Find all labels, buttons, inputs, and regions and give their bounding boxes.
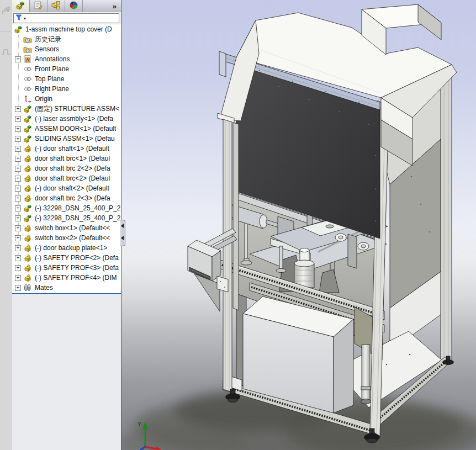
triad-y-label: Y (137, 421, 141, 427)
tree-item-label: Right Plane (35, 85, 69, 93)
expand-plus-icon[interactable]: + (15, 225, 21, 231)
feature-tree: 1-assm machine top cover (D历史记录Sensors+A… (12, 24, 121, 293)
tree-item-label: Sensors (35, 45, 59, 53)
tree-item-dsn-32298-1[interactable]: +(-) 32298_DSN_25_400_P_2 (12, 203, 121, 213)
tree-item-sensors-folder[interactable]: Sensors (12, 44, 121, 54)
tree-item-root[interactable]: 1-assm machine top cover (D (12, 24, 121, 34)
expand-plus-icon[interactable]: + (15, 186, 21, 192)
tree-item-switch-box-1[interactable]: +switch box<1> (Default<< (12, 223, 121, 233)
tree-item-label: (-) SAFETY PROF<4> (DIM (35, 274, 117, 282)
panel-collapse-handle[interactable] (120, 220, 125, 246)
tree-item-mates[interactable]: +Mates (12, 283, 121, 293)
tree-item-door-backup-plate[interactable]: +(-) door backup plate<1> (12, 243, 121, 253)
expand-plus-icon[interactable]: + (15, 166, 21, 172)
tree-item-label: Top Plane (35, 75, 64, 83)
expand-plus-icon[interactable]: + (15, 156, 21, 162)
expand-plus-icon[interactable]: + (15, 285, 21, 291)
expand-plus-icon[interactable]: + (15, 146, 21, 152)
tree-item-safety-prof-4[interactable]: +(-) SAFETY PROF<4> (DIM (12, 273, 121, 283)
sensors-icon (23, 45, 32, 54)
tree-item-door-shaft-brc-2[interactable]: +door shaft brc<2> (Defaul (12, 173, 121, 183)
part-icon (23, 253, 32, 262)
tab-configurationmanager[interactable] (47, 0, 65, 12)
expand-plus-icon[interactable]: + (15, 195, 21, 202)
expand-plus-icon[interactable]: + (15, 265, 21, 271)
part-icon (23, 194, 32, 203)
tree-item-door-shaft-brc-2-2[interactable]: +door shaft brc 2<2> (Defa (12, 163, 121, 173)
filter-box[interactable]: ▾ (13, 13, 119, 23)
tab-propertymanager[interactable] (30, 0, 47, 12)
expand-plus-icon[interactable]: + (15, 215, 21, 221)
left-docked-toolbar (0, 0, 13, 450)
tree-item-door-shaft-brc-2-3[interactable]: +door shaft brc 2<3> (Defa (12, 193, 121, 203)
part-icon (23, 224, 32, 232)
expand-plus-icon[interactable]: + (15, 116, 21, 122)
part-icon (23, 243, 32, 252)
assembly-icon (23, 134, 32, 143)
toolbar-separator (1, 31, 10, 31)
tree-item-label: ASSEM DOOR<1> (Default (35, 125, 116, 133)
assembly-icon (23, 204, 32, 213)
tree-item-door-shaft-brc-1[interactable]: +door shaft brc<1> (Defaul (12, 153, 121, 163)
filter-row: ▾ (12, 12, 121, 24)
tree-item-door-shaft-1[interactable]: +(-) door shaft<1> (Default (12, 144, 121, 153)
tree-item-label: (-) 32298_DSN_25_400_P_2 (35, 204, 120, 212)
expand-plus-icon[interactable]: + (15, 235, 21, 241)
collapse-arrow-icon[interactable] (121, 236, 124, 240)
tree-item-label: door shaft brc 2<3> (Defa (35, 194, 110, 202)
tree-item-history-folder[interactable]: 历史记录 (12, 34, 121, 44)
tree-item-label: (-) door backup plate<1> (35, 244, 107, 252)
expand-plus-icon[interactable]: + (15, 106, 21, 112)
mates-icon (23, 283, 32, 292)
tree-item-label: (-) 32298_DSN_25_400_P_2 (35, 214, 120, 222)
tree-item-door-shaft-2[interactable]: +(-) door shaft<2> (Default (12, 183, 121, 193)
configurationmanager-icon (51, 1, 61, 12)
part-icon (23, 164, 32, 173)
tab-overflow-chevron[interactable]: » (113, 0, 121, 12)
tree-item-dsn-32298-2[interactable]: +(-) 32298_DSN_25_400_P_2 (12, 213, 121, 223)
tree-item-label: (-) laser assmbly<1> (Defa (35, 115, 113, 123)
tree-item-right-plane[interactable]: Right Plane (12, 84, 121, 94)
expand-plus-icon[interactable]: + (15, 126, 21, 132)
filter-funnel-icon[interactable] (15, 13, 22, 23)
annotations-icon: A (23, 55, 32, 63)
history-icon (23, 35, 32, 44)
tab-featuremanager-tree[interactable] (12, 0, 30, 12)
plane-icon (23, 84, 32, 93)
tree-item-structure-assm[interactable]: +(固定) STRUCTURE ASSM< (12, 104, 121, 114)
tree-item-annotations-folder[interactable]: +AAnnotations (12, 54, 121, 64)
expand-plus-icon[interactable]: + (15, 56, 21, 62)
tree-item-label: door shaft brc<1> (Defaul (35, 155, 110, 162)
tree-item-label: (固定) STRUCTURE ASSM< (35, 104, 119, 114)
part-icon (23, 154, 32, 163)
part-icon (23, 174, 32, 183)
tree-item-top-plane[interactable]: Top Plane (12, 74, 121, 84)
tree-item-label: (-) door shaft<2> (Default (35, 184, 109, 192)
tree-item-label: (-) door shaft<1> (Default (35, 145, 109, 152)
expand-plus-icon[interactable]: + (15, 275, 21, 281)
tree-item-safety-prof-3[interactable]: +(-) SAFETY PROF<3> (Defa (12, 263, 121, 273)
collapse-arrow-icon[interactable] (121, 224, 124, 228)
expand-plus-icon[interactable]: + (15, 176, 21, 182)
expand-plus-icon[interactable]: + (15, 205, 21, 211)
assembly-icon (23, 124, 32, 133)
tree-item-label: door shaft brc 2<2> (Defa (35, 165, 110, 172)
featuremanager-panel: » ▾ 1-assm machine top cover (D历史记录Senso… (12, 0, 121, 450)
panel-splitter-bar[interactable] (12, 293, 121, 294)
expand-plus-icon[interactable]: + (15, 255, 21, 261)
tree-item-switch-box-2[interactable]: +switch box<2> (Default<< (12, 233, 121, 243)
solidworks-window: Y » (0, 0, 476, 450)
part-icon (23, 273, 32, 282)
tree-item-laser-assmbly[interactable]: +(-) laser assmbly<1> (Defa (12, 114, 121, 124)
tree-item-front-plane[interactable]: Front Plane (12, 64, 121, 74)
part-icon (23, 234, 32, 242)
tab-displaymanager[interactable] (65, 0, 83, 12)
expand-plus-icon[interactable]: + (15, 136, 21, 142)
tree-item-assem-door[interactable]: +ASSEM DOOR<1> (Default (12, 124, 121, 134)
tree-item-label: (-) SAFETY PROF<2> (Defa (35, 254, 119, 262)
tree-item-sliding-assm[interactable]: +SLIDING ASSM<1> (Defau (12, 134, 121, 144)
tree-item-origin[interactable]: Origin (12, 94, 121, 104)
expand-plus-icon[interactable]: + (15, 245, 21, 251)
tree-item-safety-prof-2[interactable]: +(-) SAFETY PROF<2> (Defa (12, 253, 121, 263)
filter-input[interactable] (26, 14, 119, 22)
